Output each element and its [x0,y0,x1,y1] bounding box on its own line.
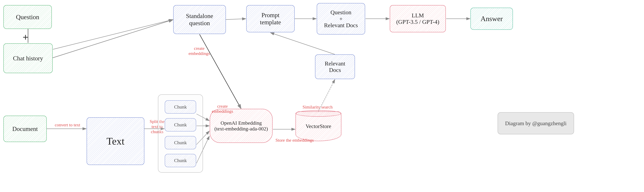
svg-line-16 [196,131,210,144]
diagram-credit-node: Diagram by @guangzhengli [498,112,574,134]
svg-line-4 [53,20,173,58]
document-label: Document [12,125,38,132]
prompt-template-node: Prompttemplate [246,5,295,32]
chunk3-node: Chunk [165,136,196,149]
svg-line-11 [200,34,241,109]
chunk4-node: Chunk [165,154,196,167]
svg-line-17 [196,136,210,163]
question-relevant-docs-node: Question+Relevant Docs [317,3,365,35]
chunk4-label: Chunk [174,158,187,163]
similarity-search-text: Similarity search [303,105,333,110]
create-embeddings-bottom-text: create embeddings [212,104,233,114]
relevant-docs-label: RelevantDocs [325,60,345,73]
convert-to-text-label: convert to text [49,122,86,128]
chunk2-label: Chunk [174,122,187,128]
plus-sign: + [22,32,28,43]
chunk1-label: Chunk [174,104,187,110]
text-node: Text [86,117,144,165]
question-label: Question [16,13,39,21]
diagram-credit-label: Diagram by @guangzhengli [505,120,566,126]
svg-line-6 [226,19,246,20]
answer-label: Answer [480,15,503,23]
chat-history-node: Chat history [4,43,53,73]
similarity-search-label: Similarity search [299,105,336,110]
llm-label: LLM(GPT-3.5 / GPT-4) [396,12,439,25]
openai-embedding-node: OpenAI Embedding(text-embedding-ada-002) [210,109,272,143]
standalone-question-node: Standalonequestion [173,5,226,34]
store-embeddings-label: Store the embeddings [275,138,314,143]
llm-node: LLM(GPT-3.5 / GPT-4) [390,5,446,32]
openai-embedding-label: OpenAI Embedding(text-embedding-ada-002) [214,120,268,132]
create-embeddings-top-label: create embeddings [188,46,210,56]
text-label: Text [106,135,124,147]
prompt-template-label: Prompttemplate [260,12,281,26]
chunk1-node: Chunk [165,100,196,114]
split-text-text: Split the text to chunks [150,119,164,134]
document-node: Document [4,116,47,142]
create-embeddings-top-text: create embeddings [188,46,210,56]
question-relevant-docs-label: Question+Relevant Docs [324,9,358,29]
store-embeddings-text: Store the embeddings [276,138,314,143]
diagram-container: Question + Chat history Standalonequesti… [0,0,644,192]
vectorstore-label: VectorStore [306,123,331,129]
answer-node: Answer [470,8,513,30]
chunk3-label: Chunk [174,140,187,145]
convert-to-text-text: convert to text [55,122,80,127]
question-node: Question [4,5,52,29]
svg-line-14 [196,114,210,121]
chat-history-label: Chat history [13,55,43,62]
svg-line-10 [270,33,335,54]
standalone-question-label: Standalonequestion [186,13,213,27]
svg-line-5 [53,20,173,49]
chunk2-node: Chunk [165,118,196,131]
vectorstore-node: VectorStore [296,111,341,141]
create-embeddings-bottom-label: create embeddings [210,104,235,114]
relevant-docs-node: RelevantDocs [315,54,355,79]
